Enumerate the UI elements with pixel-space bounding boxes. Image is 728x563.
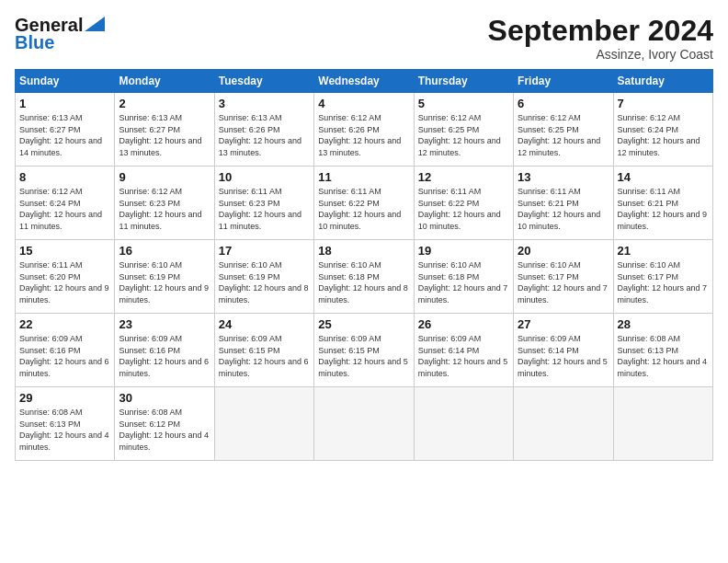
table-cell: 13Sunrise: 6:11 AMSunset: 6:21 PMDayligh… (514, 167, 613, 240)
table-cell (613, 387, 712, 461)
table-cell: 21Sunrise: 6:10 AMSunset: 6:17 PMDayligh… (613, 240, 712, 314)
table-cell: 28Sunrise: 6:08 AMSunset: 6:13 PMDayligh… (613, 314, 712, 387)
col-saturday: Saturday (613, 70, 712, 93)
day-info: Sunrise: 6:09 AMSunset: 6:16 PMDaylight:… (119, 333, 210, 379)
day-info: Sunrise: 6:13 AMSunset: 6:27 PMDaylight:… (119, 112, 210, 158)
table-row: 15Sunrise: 6:11 AMSunset: 6:20 PMDayligh… (16, 240, 713, 314)
day-number: 11 (318, 170, 409, 184)
table-row: 8Sunrise: 6:12 AMSunset: 6:24 PMDaylight… (16, 167, 713, 240)
day-info: Sunrise: 6:08 AMSunset: 6:13 PMDaylight:… (19, 407, 110, 453)
table-cell: 17Sunrise: 6:10 AMSunset: 6:19 PMDayligh… (214, 240, 313, 314)
table-cell: 12Sunrise: 6:11 AMSunset: 6:22 PMDayligh… (414, 167, 513, 240)
table-cell: 30Sunrise: 6:08 AMSunset: 6:12 PMDayligh… (115, 387, 214, 461)
day-info: Sunrise: 6:09 AMSunset: 6:15 PMDaylight:… (318, 333, 409, 379)
month-title: September 2024 (488, 15, 713, 47)
col-wednesday: Wednesday (314, 70, 414, 93)
table-cell: 3Sunrise: 6:13 AMSunset: 6:26 PMDaylight… (214, 93, 313, 167)
day-number: 4 (318, 97, 409, 110)
day-info: Sunrise: 6:12 AMSunset: 6:24 PMDaylight:… (618, 112, 709, 158)
day-number: 7 (618, 97, 709, 110)
table-cell: 22Sunrise: 6:09 AMSunset: 6:16 PMDayligh… (16, 314, 115, 387)
day-info: Sunrise: 6:11 AMSunset: 6:21 PMDaylight:… (618, 186, 709, 232)
table-cell: 4Sunrise: 6:12 AMSunset: 6:26 PMDaylight… (314, 93, 414, 167)
day-info: Sunrise: 6:10 AMSunset: 6:17 PMDaylight:… (618, 259, 709, 305)
col-monday: Monday (115, 70, 214, 93)
svg-marker-0 (85, 17, 105, 31)
table-cell: 2Sunrise: 6:13 AMSunset: 6:27 PMDaylight… (115, 93, 214, 167)
day-number: 14 (618, 170, 709, 184)
day-number: 10 (219, 170, 310, 184)
table-cell: 6Sunrise: 6:12 AMSunset: 6:25 PMDaylight… (514, 93, 613, 167)
day-number: 24 (219, 317, 310, 331)
table-cell: 16Sunrise: 6:10 AMSunset: 6:19 PMDayligh… (115, 240, 214, 314)
day-number: 6 (518, 97, 609, 110)
day-number: 20 (518, 244, 609, 258)
logo-icon (85, 17, 105, 31)
table-row: 29Sunrise: 6:08 AMSunset: 6:13 PMDayligh… (16, 387, 713, 461)
day-number: 29 (19, 391, 110, 405)
day-info: Sunrise: 6:12 AMSunset: 6:25 PMDaylight:… (418, 112, 509, 158)
col-friday: Friday (514, 70, 613, 93)
day-number: 21 (618, 244, 709, 258)
table-cell: 9Sunrise: 6:12 AMSunset: 6:23 PMDaylight… (115, 167, 214, 240)
col-tuesday: Tuesday (214, 70, 313, 93)
table-cell (214, 387, 313, 461)
day-info: Sunrise: 6:09 AMSunset: 6:15 PMDaylight:… (219, 333, 310, 379)
table-cell (514, 387, 613, 461)
day-number: 8 (19, 170, 110, 184)
table-cell: 8Sunrise: 6:12 AMSunset: 6:24 PMDaylight… (16, 167, 115, 240)
day-info: Sunrise: 6:13 AMSunset: 6:27 PMDaylight:… (19, 112, 110, 158)
day-number: 9 (119, 170, 210, 184)
day-number: 26 (418, 317, 509, 331)
day-number: 12 (418, 170, 509, 184)
location-subtitle: Assinze, Ivory Coast (488, 47, 713, 62)
table-cell: 14Sunrise: 6:11 AMSunset: 6:21 PMDayligh… (613, 167, 712, 240)
table-cell (314, 387, 414, 461)
day-info: Sunrise: 6:12 AMSunset: 6:26 PMDaylight:… (318, 112, 409, 158)
table-cell: 1Sunrise: 6:13 AMSunset: 6:27 PMDaylight… (16, 93, 115, 167)
calendar-table: Sunday Monday Tuesday Wednesday Thursday… (15, 69, 713, 461)
day-info: Sunrise: 6:09 AMSunset: 6:16 PMDaylight:… (19, 333, 110, 379)
day-info: Sunrise: 6:12 AMSunset: 6:23 PMDaylight:… (119, 186, 210, 232)
table-cell: 18Sunrise: 6:10 AMSunset: 6:18 PMDayligh… (314, 240, 414, 314)
table-cell: 25Sunrise: 6:09 AMSunset: 6:15 PMDayligh… (314, 314, 414, 387)
table-cell: 29Sunrise: 6:08 AMSunset: 6:13 PMDayligh… (16, 387, 115, 461)
logo: General Blue (15, 15, 105, 53)
day-number: 30 (119, 391, 210, 405)
day-number: 5 (418, 97, 509, 110)
day-number: 18 (318, 244, 409, 258)
day-info: Sunrise: 6:09 AMSunset: 6:14 PMDaylight:… (418, 333, 509, 379)
calendar-header-row: Sunday Monday Tuesday Wednesday Thursday… (16, 70, 713, 93)
table-cell: 19Sunrise: 6:10 AMSunset: 6:18 PMDayligh… (414, 240, 513, 314)
col-sunday: Sunday (16, 70, 115, 93)
table-cell: 7Sunrise: 6:12 AMSunset: 6:24 PMDaylight… (613, 93, 712, 167)
day-info: Sunrise: 6:10 AMSunset: 6:17 PMDaylight:… (518, 259, 609, 305)
table-cell: 24Sunrise: 6:09 AMSunset: 6:15 PMDayligh… (214, 314, 313, 387)
day-info: Sunrise: 6:08 AMSunset: 6:13 PMDaylight:… (618, 333, 709, 379)
day-number: 19 (418, 244, 509, 258)
day-number: 16 (119, 244, 210, 258)
table-cell: 15Sunrise: 6:11 AMSunset: 6:20 PMDayligh… (16, 240, 115, 314)
day-info: Sunrise: 6:11 AMSunset: 6:22 PMDaylight:… (418, 186, 509, 232)
table-cell: 23Sunrise: 6:09 AMSunset: 6:16 PMDayligh… (115, 314, 214, 387)
day-number: 17 (219, 244, 310, 258)
day-number: 3 (219, 97, 310, 110)
day-info: Sunrise: 6:11 AMSunset: 6:20 PMDaylight:… (19, 259, 110, 305)
day-info: Sunrise: 6:11 AMSunset: 6:22 PMDaylight:… (318, 186, 409, 232)
day-info: Sunrise: 6:10 AMSunset: 6:19 PMDaylight:… (219, 259, 310, 305)
day-info: Sunrise: 6:11 AMSunset: 6:21 PMDaylight:… (518, 186, 609, 232)
day-number: 23 (119, 317, 210, 331)
table-cell: 20Sunrise: 6:10 AMSunset: 6:17 PMDayligh… (514, 240, 613, 314)
day-info: Sunrise: 6:13 AMSunset: 6:26 PMDaylight:… (219, 112, 310, 158)
day-info: Sunrise: 6:08 AMSunset: 6:12 PMDaylight:… (119, 407, 210, 453)
table-cell (414, 387, 513, 461)
table-row: 1Sunrise: 6:13 AMSunset: 6:27 PMDaylight… (16, 93, 713, 167)
day-number: 25 (318, 317, 409, 331)
page-header: General Blue September 2024 Assinze, Ivo… (15, 15, 713, 62)
day-info: Sunrise: 6:12 AMSunset: 6:24 PMDaylight:… (19, 186, 110, 232)
table-cell: 10Sunrise: 6:11 AMSunset: 6:23 PMDayligh… (214, 167, 313, 240)
table-cell: 5Sunrise: 6:12 AMSunset: 6:25 PMDaylight… (414, 93, 513, 167)
day-number: 27 (518, 317, 609, 331)
table-row: 22Sunrise: 6:09 AMSunset: 6:16 PMDayligh… (16, 314, 713, 387)
col-thursday: Thursday (414, 70, 513, 93)
